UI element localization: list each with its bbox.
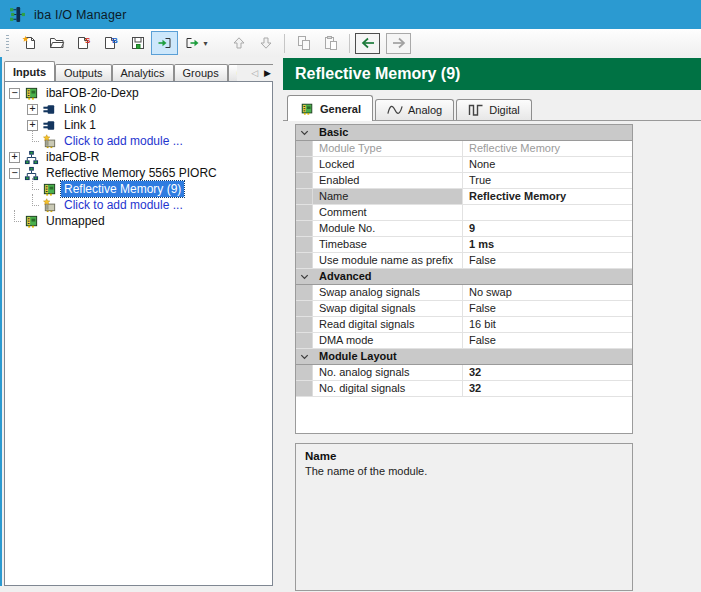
copy-button[interactable] — [290, 31, 317, 55]
tree-item-label[interactable]: Reflective Memory 5565 PIORC — [43, 165, 220, 181]
tree-item-label[interactable]: ibaFOB-R — [43, 149, 102, 165]
tab-analytics[interactable]: Analytics — [112, 64, 174, 81]
tab-outputs[interactable]: Outputs — [55, 64, 112, 81]
section-header[interactable]: Basic — [296, 125, 632, 141]
row-gutter — [296, 141, 313, 156]
detail-tab-digital[interactable]: Digital — [456, 99, 532, 120]
property-row[interactable]: Timebase1 ms — [296, 237, 632, 253]
collapse-toggle[interactable]: − — [9, 88, 20, 99]
tab-scroll-left-icon[interactable]: ◁ — [251, 68, 258, 78]
section-header[interactable]: Advanced — [296, 269, 632, 285]
app-logo-icon[interactable] — [9, 6, 26, 23]
expand-toggle[interactable]: + — [27, 120, 38, 131]
open-config-b-button[interactable]: B — [97, 31, 124, 55]
tree-item[interactable]: Unmapped — [5, 213, 272, 229]
property-row[interactable]: Comment — [296, 205, 632, 221]
property-value[interactable]: False — [463, 333, 632, 348]
expand-toggle[interactable]: + — [9, 152, 20, 163]
property-row[interactable]: Module TypeReflective Memory — [296, 141, 632, 157]
device-node-icon — [24, 150, 39, 165]
property-value[interactable]: True — [463, 173, 632, 188]
section-chevron-icon[interactable] — [296, 125, 313, 140]
nav-forward-button[interactable] — [386, 33, 411, 54]
module-card-icon — [24, 214, 39, 229]
property-row[interactable]: EnabledTrue — [296, 173, 632, 189]
app-window: iba I/O Manager SB▾ InputsOutputsAnalyti… — [0, 0, 701, 592]
section-chevron-icon[interactable] — [296, 349, 313, 364]
open-config-s-button[interactable]: S — [70, 31, 97, 55]
property-value[interactable]: 32 — [463, 365, 632, 380]
import-button[interactable] — [151, 31, 178, 55]
new-config-button[interactable] — [16, 31, 43, 55]
tree-item[interactable]: +Link 1 — [5, 117, 272, 133]
property-row[interactable]: Read digital signals16 bit — [296, 317, 632, 333]
nav-back-icon — [360, 35, 376, 51]
link-icon — [42, 118, 57, 133]
property-row[interactable]: Use module name as prefixFalse — [296, 253, 632, 269]
property-value[interactable]: No swap — [463, 285, 632, 300]
property-value[interactable]: 9 — [463, 221, 632, 236]
move-down-button[interactable] — [252, 31, 279, 55]
property-value[interactable]: False — [463, 301, 632, 316]
tree-item-label[interactable]: Link 0 — [61, 101, 99, 117]
property-value[interactable]: None — [463, 157, 632, 172]
window-title: iba I/O Manager — [34, 8, 127, 22]
row-gutter — [296, 365, 313, 380]
tab-scroll-right-icon[interactable]: ▶ — [264, 68, 271, 78]
property-label: Locked — [313, 157, 463, 172]
svg-text:B: B — [112, 36, 118, 45]
property-value[interactable]: 32 — [463, 381, 632, 396]
property-value[interactable]: Reflective Memory — [463, 141, 632, 156]
tree-item-label[interactable]: Click to add module ... — [61, 133, 186, 149]
nav-back-button[interactable] — [355, 33, 380, 54]
property-row[interactable]: Swap analog signalsNo swap — [296, 285, 632, 301]
section-title: Basic — [313, 125, 348, 140]
export-button[interactable]: ▾ — [178, 31, 214, 55]
detail-tab-analog[interactable]: Analog — [375, 99, 454, 120]
property-row[interactable]: LockedNone — [296, 157, 632, 173]
toolbar-separator — [284, 34, 285, 53]
collapse-toggle[interactable]: − — [9, 168, 20, 179]
open-config-b-icon: B — [103, 35, 119, 51]
tree-item-label[interactable]: Click to add module ... — [61, 197, 186, 213]
expand-toggle[interactable]: + — [27, 104, 38, 115]
square-wave-icon — [468, 103, 484, 117]
row-gutter — [296, 285, 313, 300]
tab-inputs[interactable]: Inputs — [4, 61, 55, 81]
section-chevron-icon[interactable] — [296, 269, 313, 284]
paste-button[interactable] — [317, 31, 344, 55]
tree-item[interactable]: −Reflective Memory 5565 PIORC — [5, 165, 272, 181]
tree-item[interactable]: −ibaFOB-2io-Dexp — [5, 85, 272, 101]
toolbar-grip[interactable] — [6, 35, 9, 52]
property-row[interactable]: NameReflective Memory — [296, 189, 632, 205]
tree-item[interactable]: Reflective Memory (9) — [5, 181, 272, 197]
tree-item-label[interactable]: ibaFOB-2io-Dexp — [43, 85, 142, 101]
move-up-button[interactable] — [225, 31, 252, 55]
property-value[interactable]: Reflective Memory — [463, 189, 632, 204]
tree-item[interactable]: +ibaFOB-R — [5, 149, 272, 165]
property-row[interactable]: DMA modeFalse — [296, 333, 632, 349]
open-file-button[interactable] — [43, 31, 70, 55]
tree-item-label[interactable]: Unmapped — [43, 213, 108, 229]
row-gutter — [296, 253, 313, 268]
open-file-icon — [49, 35, 65, 51]
tree-item[interactable]: Click to add module ... — [5, 197, 272, 213]
property-value[interactable]: False — [463, 253, 632, 268]
tab-groups[interactable]: Groups — [174, 64, 228, 81]
property-row[interactable]: No. digital signals32 — [296, 381, 632, 397]
save-button[interactable] — [124, 31, 151, 55]
tree-item-label[interactable]: Reflective Memory (9) — [61, 181, 184, 197]
tree-item[interactable]: Click to add module ... — [5, 133, 272, 149]
tree-item[interactable]: +Link 0 — [5, 101, 272, 117]
detail-tab-general[interactable]: General — [287, 95, 373, 121]
svg-text:S: S — [85, 36, 91, 45]
tree-item-label[interactable]: Link 1 — [61, 117, 99, 133]
property-value[interactable]: 1 ms — [463, 237, 632, 252]
property-value[interactable] — [463, 205, 632, 220]
property-row[interactable]: No. analog signals32 — [296, 365, 632, 381]
section-header[interactable]: Module Layout — [296, 349, 632, 365]
dropdown-caret-icon[interactable]: ▾ — [203, 39, 207, 48]
property-row[interactable]: Swap digital signalsFalse — [296, 301, 632, 317]
property-row[interactable]: Module No.9 — [296, 221, 632, 237]
property-value[interactable]: 16 bit — [463, 317, 632, 332]
